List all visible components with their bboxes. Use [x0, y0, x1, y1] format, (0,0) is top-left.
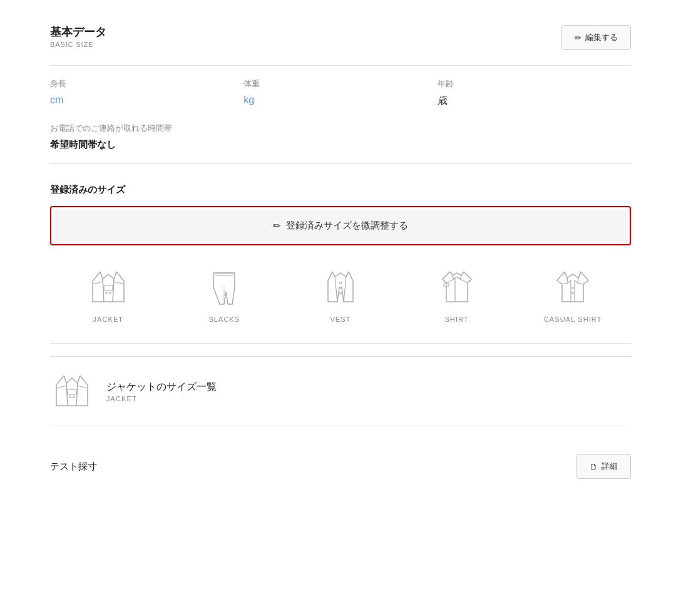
jacket-icon: [86, 265, 130, 309]
weight-value: kg: [243, 95, 437, 106]
basic-fields-row: 身長 cm 体重 kg 年齢 歳: [50, 78, 631, 108]
age-label: 年齢: [438, 78, 631, 90]
jacket-list-text: ジャケットのサイズ一覧 JACKET: [106, 381, 217, 403]
adjust-button-wrapper: ✏ 登録済みサイズを微調整する: [50, 206, 631, 245]
bottom-section: テスト採寸 🗋 詳細: [50, 441, 631, 491]
jacket-list-section[interactable]: ジャケットのサイズ一覧 JACKET: [50, 356, 631, 426]
vest-label: VEST: [330, 316, 351, 323]
clothing-item-jacket[interactable]: JACKET: [50, 265, 166, 323]
casual-shirt-icon: [551, 265, 595, 309]
document-icon: 🗋: [590, 462, 598, 471]
shirt-icon: [435, 265, 479, 309]
svg-point-7: [572, 287, 574, 289]
page-container: 基本データ BASIC SIZE ✏ 編集する 身長 cm 体重 kg 年齢 歳…: [0, 0, 681, 516]
jacket-label: JACKET: [93, 316, 123, 323]
basic-data-titles: 基本データ BASIC SIZE: [50, 25, 106, 48]
svg-point-5: [339, 292, 341, 294]
svg-point-10: [69, 396, 71, 398]
height-value: cm: [50, 95, 243, 106]
registered-section: 登録済みのサイズ ✏ 登録済みサイズを微調整する: [50, 184, 631, 323]
jacket-list-icon: [50, 369, 94, 413]
slacks-label: SLACKS: [208, 316, 240, 323]
weight-label: 体重: [243, 78, 437, 90]
svg-point-1: [105, 292, 107, 294]
basic-data-title-en: BASIC SIZE: [50, 41, 106, 48]
divider-1: [50, 65, 631, 66]
svg-point-11: [73, 396, 75, 398]
clothing-item-vest[interactable]: VEST: [282, 265, 399, 323]
edit-button[interactable]: ✏ 編集する: [561, 25, 631, 50]
clothing-item-slacks[interactable]: SLACKS: [166, 265, 283, 323]
svg-point-2: [109, 292, 111, 294]
casual-shirt-label: CASUAL SHIRT: [544, 316, 602, 323]
svg-point-3: [339, 282, 341, 284]
registered-title: 登録済みのサイズ: [50, 184, 631, 196]
jacket-list-title-jp: ジャケットのサイズ一覧: [106, 381, 217, 394]
svg-rect-9: [68, 389, 76, 394]
weight-field: 体重 kg: [243, 78, 437, 108]
adjust-pencil-icon: ✏: [273, 220, 281, 232]
clothing-item-casual-shirt[interactable]: CASUAL SHIRT: [515, 265, 631, 323]
svg-point-4: [339, 287, 341, 289]
shirt-label: SHIRT: [444, 316, 468, 323]
slacks-icon: [202, 265, 246, 309]
divider-2: [50, 163, 631, 164]
phone-time-value: 希望時間帯なし: [50, 139, 631, 151]
phone-time-label: お電話でのご連絡が取れる時間帯: [50, 123, 631, 134]
age-value: 歳: [438, 95, 631, 108]
height-label: 身長: [50, 78, 243, 90]
jacket-list-title-en: JACKET: [106, 395, 217, 403]
bottom-label: テスト採寸: [50, 461, 97, 473]
clothing-icons-row: JACKET SLACKS: [50, 265, 631, 323]
basic-data-title-jp: 基本データ: [50, 25, 106, 39]
vest-icon: [319, 265, 362, 309]
detail-button[interactable]: 🗋 詳細: [576, 454, 631, 479]
age-field: 年齢 歳: [438, 78, 631, 108]
basic-data-header: 基本データ BASIC SIZE ✏ 編集する: [50, 25, 631, 50]
height-field: 身長 cm: [50, 78, 243, 108]
detail-button-label: 詳細: [602, 461, 618, 472]
pencil-icon: ✏: [575, 33, 581, 43]
divider-3: [50, 343, 631, 344]
clothing-item-shirt[interactable]: SHIRT: [399, 265, 515, 323]
adjust-button-label: 登録済みサイズを微調整する: [286, 220, 408, 232]
edit-button-label: 編集する: [585, 32, 618, 43]
phone-time-section: お電話でのご連絡が取れる時間帯 希望時間帯なし: [50, 123, 631, 151]
svg-point-8: [572, 292, 574, 294]
svg-rect-0: [104, 285, 113, 290]
adjust-button[interactable]: ✏ 登録済みサイズを微調整する: [54, 210, 627, 242]
